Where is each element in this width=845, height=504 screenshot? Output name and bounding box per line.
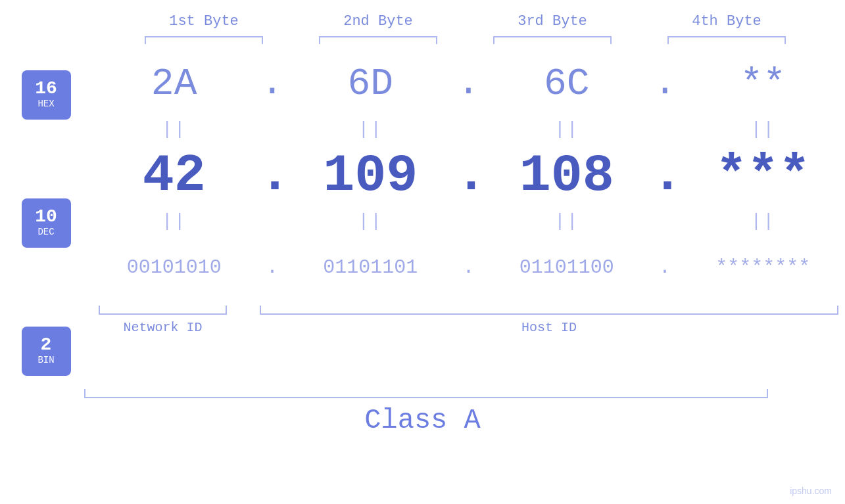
watermark: ipshu.com	[790, 486, 832, 496]
bin-dot-2: .	[455, 256, 481, 279]
bottom-bracket-section: Network ID Host ID	[92, 306, 845, 335]
equals-4: ||	[697, 120, 829, 139]
hex-val-4: **	[697, 62, 829, 105]
host-id-label: Host ID	[260, 320, 838, 335]
hex-dot-1: .	[259, 64, 285, 103]
bin-dot-3: .	[652, 256, 678, 279]
badge-hex: 16 HEX	[22, 70, 71, 120]
main-container: 1st Byte 2nd Byte 3rd Byte 4th Byte 16 H…	[0, 0, 845, 504]
bracket-byte3	[493, 36, 612, 44]
equals-6: ||	[304, 212, 436, 231]
bracket-host	[260, 306, 838, 315]
bracket-byte1	[145, 36, 263, 44]
top-brackets-row	[117, 36, 814, 44]
dec-val-3: 108	[501, 146, 633, 206]
hex-dot-3: .	[652, 64, 678, 103]
bottom-brackets	[99, 306, 838, 315]
byte-labels-row: 1st Byte 2nd Byte 3rd Byte 4th Byte	[117, 13, 814, 30]
equals-2: ||	[304, 120, 436, 139]
bin-dot-1: .	[259, 256, 285, 279]
dec-row: 42 . 109 . 108 . ***	[92, 143, 845, 208]
hex-row: 2A . 6D . 6C . **	[92, 51, 845, 116]
bracket-byte2	[319, 36, 437, 44]
dec-dot-2: .	[455, 149, 481, 202]
hex-val-1: 2A	[109, 62, 240, 105]
byte-label-4: 4th Byte	[661, 13, 792, 30]
badge-dec: 10 DEC	[22, 198, 71, 248]
equals-row-1: || || || ||	[92, 116, 845, 143]
byte-label-1: 1st Byte	[138, 13, 270, 30]
equals-8: ||	[697, 212, 829, 231]
bin-val-3: 01101100	[501, 256, 633, 279]
equals-5: ||	[109, 212, 240, 231]
dec-dot-1: .	[259, 149, 285, 202]
equals-row-2: || || || ||	[92, 208, 845, 235]
equals-3: ||	[501, 120, 633, 139]
bracket-byte4	[667, 36, 786, 44]
bin-row: 00101010 . 01101101 . 01101100 .	[92, 235, 845, 300]
hex-val-3: 6C	[501, 62, 633, 105]
bin-val-4: ********	[697, 256, 829, 279]
bin-val-2: 01101101	[304, 256, 436, 279]
bin-val-1: 00101010	[109, 256, 240, 279]
dec-dot-3: .	[652, 149, 678, 202]
byte-label-2: 2nd Byte	[312, 13, 444, 30]
badge-column: 16 HEX 10 DEC 2 BIN	[0, 51, 92, 376]
byte-label-3: 3rd Byte	[487, 13, 618, 30]
equals-7: ||	[501, 212, 633, 231]
badge-bin: 2 BIN	[22, 327, 71, 376]
id-labels-row: Network ID Host ID	[99, 320, 838, 335]
dec-val-2: 109	[304, 146, 436, 206]
class-label: Class A	[364, 405, 480, 436]
class-label-row: Class A	[364, 405, 480, 436]
dec-val-4: ***	[697, 146, 829, 206]
hex-val-2: 6D	[304, 62, 436, 105]
outer-bracket	[84, 389, 768, 398]
equals-1: ||	[109, 120, 240, 139]
dec-val-1: 42	[109, 146, 240, 206]
hex-dot-2: .	[455, 64, 481, 103]
bracket-network	[99, 306, 227, 315]
content-area: 16 HEX 10 DEC 2 BIN 2A .	[0, 51, 845, 376]
network-id-label: Network ID	[99, 320, 227, 335]
data-columns: 2A . 6D . 6C . **	[92, 51, 845, 376]
